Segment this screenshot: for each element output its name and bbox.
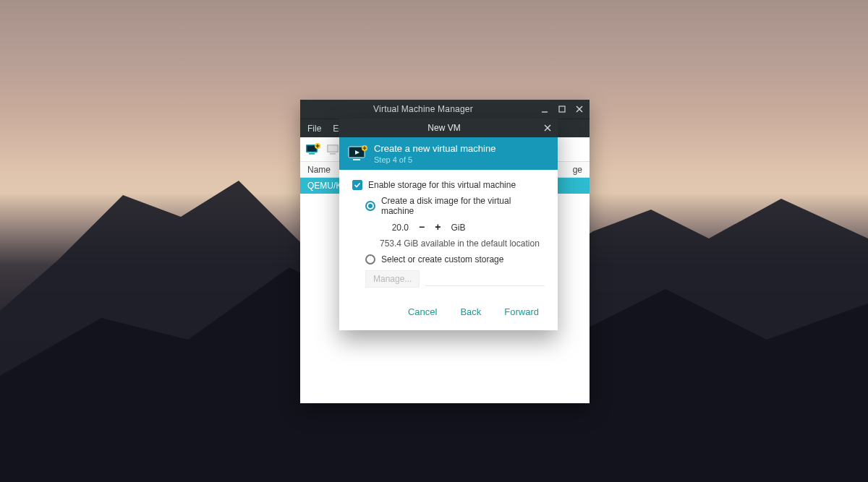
size-unit: GiB [451, 223, 465, 233]
create-image-row: Create a disk image for the virtual mach… [365, 196, 545, 216]
radio-custom-storage[interactable] [365, 254, 375, 264]
monitor-icon [348, 145, 367, 161]
cancel-button[interactable]: Cancel [408, 306, 437, 317]
svg-rect-19 [353, 159, 360, 160]
dialog-heading: Create a new virtual machine [374, 143, 495, 155]
custom-storage-row: Select or create custom storage [365, 254, 545, 264]
new-vm-dialog: New VM Create a new virtual machine Step… [339, 119, 558, 330]
enable-storage-row: Enable storage for this virtual machine [352, 180, 545, 190]
close-icon[interactable] [575, 105, 584, 113]
radio-custom-storage-label: Select or create custom storage [381, 254, 503, 264]
forward-button[interactable]: Forward [504, 306, 539, 317]
radio-create-image[interactable] [365, 201, 375, 211]
menu-file[interactable]: File [307, 124, 321, 134]
dialog-footer: Cancel Back Forward [339, 291, 558, 330]
size-plus-button[interactable]: + [435, 222, 441, 232]
col-usage-suffix: ge [573, 165, 582, 175]
new-vm-icon[interactable] [305, 141, 322, 158]
dialog-close-icon[interactable] [543, 124, 552, 132]
enable-storage-label: Enable storage for this virtual machine [368, 180, 516, 190]
svg-rect-3 [559, 106, 565, 112]
col-name: Name [307, 165, 331, 175]
available-text: 753.4 GiB available in the default locat… [380, 238, 540, 249]
vmm-titlebar[interactable]: Virtual Machine Manager [300, 100, 590, 119]
svg-rect-8 [309, 153, 315, 155]
dialog-title: New VM [345, 123, 543, 133]
radio-create-image-label: Create a disk image for the virtual mach… [381, 196, 545, 216]
svg-rect-13 [328, 145, 338, 151]
dialog-header: Create a new virtual machine Step 4 of 5 [339, 137, 558, 170]
dialog-titlebar[interactable]: New VM [339, 119, 558, 137]
svg-rect-14 [330, 153, 336, 155]
available-row: 753.4 GiB available in the default locat… [380, 238, 545, 249]
size-minus-button[interactable]: − [419, 222, 425, 232]
minimize-icon[interactable] [540, 105, 549, 113]
size-row: 20.0 − + GiB [380, 222, 545, 233]
enable-storage-checkbox[interactable] [352, 180, 362, 190]
manage-row: Manage... [365, 270, 545, 288]
storage-path-field[interactable] [425, 270, 545, 286]
dialog-body: Enable storage for this virtual machine … [339, 170, 558, 291]
size-value[interactable]: 20.0 [380, 223, 409, 233]
dialog-step: Step 4 of 5 [374, 155, 495, 164]
manage-button[interactable]: Manage... [365, 270, 420, 288]
maximize-icon[interactable] [558, 105, 566, 113]
vmm-title: Virtual Machine Manager [306, 104, 540, 114]
back-button[interactable]: Back [460, 306, 481, 317]
